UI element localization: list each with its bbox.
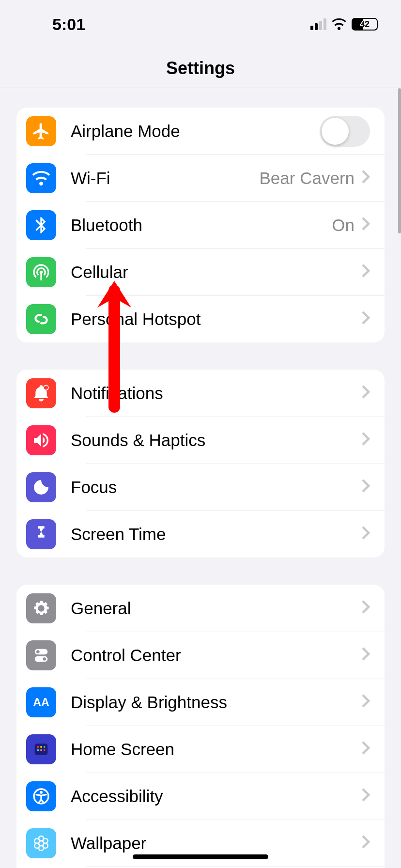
- row-label: Home Screen: [71, 740, 361, 759]
- row-notifications[interactable]: Notifications: [16, 370, 385, 417]
- svg-point-20: [34, 843, 39, 848]
- chevron-right-icon: [361, 786, 370, 806]
- chevron-right-icon: [361, 524, 370, 544]
- scrollbar[interactable]: [398, 88, 401, 233]
- chevron-right-icon: [361, 739, 370, 760]
- row-sounds-haptics[interactable]: Sounds & Haptics: [16, 417, 385, 464]
- airplane-icon: [26, 116, 56, 146]
- chevron-right-icon: [361, 215, 370, 235]
- row-bluetooth[interactable]: Bluetooth On: [16, 202, 385, 248]
- row-label: Personal Hotspot: [71, 310, 361, 329]
- svg-point-8: [40, 746, 42, 748]
- svg-point-12: [44, 749, 46, 751]
- row-cellular[interactable]: Cellular: [16, 248, 385, 295]
- bluetooth-value: On: [332, 216, 355, 235]
- row-control-center[interactable]: Control Center: [16, 632, 385, 679]
- svg-point-11: [40, 749, 42, 751]
- svg-point-18: [34, 838, 39, 843]
- focus-icon: [26, 472, 56, 502]
- sounds-icon: [26, 425, 56, 455]
- chevron-right-icon: [361, 430, 370, 450]
- row-general[interactable]: General: [16, 585, 385, 632]
- row-label: Accessibility: [71, 787, 361, 806]
- row-wifi[interactable]: Wi-Fi Bear Cavern: [16, 155, 385, 202]
- status-time: 5:01: [52, 15, 85, 34]
- cellular-signal-icon: [310, 18, 326, 30]
- row-label: Display & Brightness: [71, 693, 361, 712]
- svg-point-19: [43, 838, 48, 843]
- row-label: Wi-Fi: [71, 169, 260, 188]
- screentime-icon: [26, 519, 56, 549]
- home-indicator[interactable]: [133, 854, 268, 859]
- status-bar: 5:01 42: [0, 0, 401, 48]
- row-label: Focus: [71, 478, 361, 497]
- row-wallpaper[interactable]: Wallpaper: [16, 820, 385, 867]
- row-focus[interactable]: Focus: [16, 464, 385, 511]
- svg-text:AA: AA: [33, 696, 49, 709]
- notifications-icon: [26, 378, 56, 408]
- svg-point-10: [37, 749, 39, 751]
- hotspot-icon: [26, 304, 56, 334]
- chevron-right-icon: [361, 645, 370, 666]
- chevron-right-icon: [361, 692, 370, 713]
- row-label: Airplane Mode: [71, 122, 320, 141]
- accessibility-icon: [26, 781, 56, 811]
- page-title: Settings: [0, 48, 401, 88]
- bluetooth-icon: [26, 210, 56, 240]
- svg-point-14: [40, 790, 43, 793]
- settings-group-system: General Control Center AA Display & Brig…: [16, 585, 385, 868]
- chevron-right-icon: [361, 309, 370, 329]
- wifi-icon: [26, 163, 56, 193]
- row-label: Cellular: [71, 263, 361, 282]
- row-label: Wallpaper: [71, 834, 361, 853]
- wifi-status-icon: [331, 15, 347, 34]
- general-icon: [26, 593, 56, 623]
- row-label: General: [71, 599, 361, 618]
- chevron-right-icon: [361, 168, 370, 188]
- svg-point-3: [36, 650, 40, 653]
- wallpaper-icon: [26, 828, 56, 858]
- chevron-right-icon: [361, 833, 370, 853]
- wifi-value: Bear Cavern: [260, 169, 355, 188]
- chevron-right-icon: [361, 477, 370, 497]
- row-label: Control Center: [71, 646, 361, 665]
- row-display-brightness[interactable]: AA Display & Brightness: [16, 679, 385, 726]
- row-label: Screen Time: [71, 525, 361, 544]
- settings-group-alerts: Notifications Sounds & Haptics Focus Scr…: [16, 370, 385, 558]
- svg-point-7: [37, 746, 39, 748]
- row-label: Sounds & Haptics: [71, 431, 361, 450]
- chevron-right-icon: [361, 262, 370, 282]
- row-accessibility[interactable]: Accessibility: [16, 773, 385, 820]
- svg-point-21: [43, 843, 48, 848]
- row-label: Bluetooth: [71, 216, 332, 235]
- svg-point-0: [44, 385, 48, 390]
- svg-point-4: [43, 657, 46, 661]
- chevron-right-icon: [361, 383, 370, 403]
- settings-group-connectivity: Airplane Mode Wi-Fi Bear Cavern Bluetoot…: [16, 108, 385, 342]
- row-home-screen[interactable]: Home Screen: [16, 726, 385, 773]
- battery-level: 42: [360, 19, 370, 30]
- status-right: 42: [310, 15, 378, 34]
- chevron-right-icon: [361, 598, 370, 619]
- row-label: Notifications: [71, 384, 361, 403]
- display-icon: AA: [26, 687, 56, 717]
- battery-icon: 42: [352, 18, 378, 31]
- airplane-toggle[interactable]: [320, 116, 370, 147]
- cellular-icon: [26, 257, 56, 287]
- row-personal-hotspot[interactable]: Personal Hotspot: [16, 295, 385, 342]
- control-center-icon: [26, 640, 56, 670]
- row-screen-time[interactable]: Screen Time: [16, 511, 385, 558]
- svg-point-9: [44, 746, 46, 748]
- row-airplane-mode[interactable]: Airplane Mode: [16, 108, 385, 155]
- homescreen-icon: [26, 734, 56, 764]
